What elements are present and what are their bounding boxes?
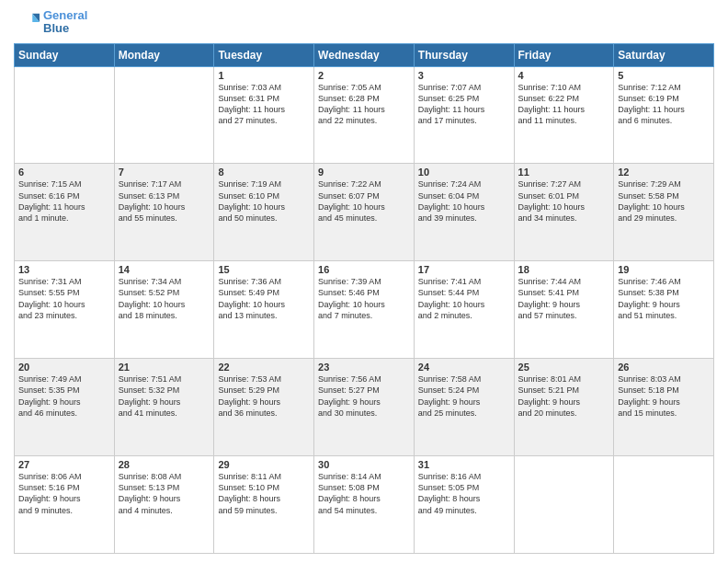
day-number: 13	[18, 264, 110, 275]
weekday-header-row: SundayMondayTuesdayWednesdayThursdayFrid…	[15, 43, 714, 66]
calendar-cell: 26Sunrise: 8:03 AM Sunset: 5:18 PM Dayli…	[614, 359, 714, 456]
day-number: 14	[119, 264, 210, 275]
calendar-cell: 13Sunrise: 7:31 AM Sunset: 5:55 PM Dayli…	[15, 261, 115, 359]
day-info: Sunrise: 8:14 AM Sunset: 5:08 PM Dayligh…	[318, 471, 410, 516]
header: General Blue	[14, 9, 714, 36]
day-info: Sunrise: 7:46 AM Sunset: 5:38 PM Dayligh…	[618, 276, 710, 321]
calendar-cell: 23Sunrise: 7:56 AM Sunset: 5:27 PM Dayli…	[314, 359, 415, 456]
day-number: 22	[218, 362, 310, 373]
calendar-cell	[114, 66, 214, 164]
week-row-1: 6Sunrise: 7:15 AM Sunset: 6:16 PM Daylig…	[15, 164, 714, 261]
day-number: 27	[18, 459, 110, 470]
day-info: Sunrise: 7:15 AM Sunset: 6:16 PM Dayligh…	[18, 178, 110, 224]
day-number: 10	[418, 167, 510, 178]
weekday-header-thursday: Thursday	[414, 43, 514, 66]
logo-text: General Blue	[43, 9, 87, 36]
day-info: Sunrise: 7:41 AM Sunset: 5:44 PM Dayligh…	[418, 276, 510, 321]
day-info: Sunrise: 7:56 AM Sunset: 5:27 PM Dayligh…	[318, 373, 410, 419]
day-number: 8	[218, 167, 310, 178]
day-info: Sunrise: 8:08 AM Sunset: 5:13 PM Dayligh…	[119, 471, 210, 516]
day-info: Sunrise: 7:31 AM Sunset: 5:55 PM Dayligh…	[18, 276, 110, 321]
day-info: Sunrise: 7:39 AM Sunset: 5:46 PM Dayligh…	[318, 276, 410, 321]
calendar-cell: 10Sunrise: 7:24 AM Sunset: 6:04 PM Dayli…	[414, 164, 514, 261]
day-info: Sunrise: 8:16 AM Sunset: 5:05 PM Dayligh…	[418, 471, 510, 516]
day-number: 15	[218, 264, 310, 275]
day-info: Sunrise: 7:19 AM Sunset: 6:10 PM Dayligh…	[218, 178, 310, 224]
day-number: 29	[218, 459, 310, 470]
calendar-cell: 20Sunrise: 7:49 AM Sunset: 5:35 PM Dayli…	[15, 359, 115, 456]
day-info: Sunrise: 7:53 AM Sunset: 5:29 PM Dayligh…	[218, 373, 310, 419]
day-info: Sunrise: 8:01 AM Sunset: 5:21 PM Dayligh…	[518, 373, 610, 419]
calendar-cell: 29Sunrise: 8:11 AM Sunset: 5:10 PM Dayli…	[214, 456, 314, 554]
day-number: 31	[418, 459, 510, 470]
calendar-cell	[614, 456, 714, 554]
weekday-header-wednesday: Wednesday	[314, 43, 415, 66]
weekday-header-friday: Friday	[514, 43, 614, 66]
calendar-cell: 30Sunrise: 8:14 AM Sunset: 5:08 PM Dayli…	[314, 456, 415, 554]
day-info: Sunrise: 7:29 AM Sunset: 5:58 PM Dayligh…	[618, 178, 710, 224]
calendar-cell: 15Sunrise: 7:36 AM Sunset: 5:49 PM Dayli…	[214, 261, 314, 359]
calendar-cell: 6Sunrise: 7:15 AM Sunset: 6:16 PM Daylig…	[15, 164, 115, 261]
day-number: 28	[119, 459, 210, 470]
day-info: Sunrise: 7:36 AM Sunset: 5:49 PM Dayligh…	[218, 276, 310, 321]
day-info: Sunrise: 7:22 AM Sunset: 6:07 PM Dayligh…	[318, 178, 410, 224]
day-number: 26	[618, 362, 710, 373]
day-info: Sunrise: 7:17 AM Sunset: 6:13 PM Dayligh…	[119, 178, 210, 224]
day-info: Sunrise: 8:03 AM Sunset: 5:18 PM Dayligh…	[618, 373, 710, 419]
calendar-cell	[15, 66, 115, 164]
day-number: 12	[618, 167, 710, 178]
day-number: 25	[518, 362, 610, 373]
day-number: 30	[318, 459, 410, 470]
day-number: 1	[218, 70, 310, 81]
calendar-cell: 3Sunrise: 7:07 AM Sunset: 6:25 PM Daylig…	[414, 66, 514, 164]
day-info: Sunrise: 7:34 AM Sunset: 5:52 PM Dayligh…	[119, 276, 210, 321]
calendar-cell: 25Sunrise: 8:01 AM Sunset: 5:21 PM Dayli…	[514, 359, 614, 456]
calendar-cell: 7Sunrise: 7:17 AM Sunset: 6:13 PM Daylig…	[114, 164, 214, 261]
calendar-cell: 28Sunrise: 8:08 AM Sunset: 5:13 PM Dayli…	[114, 456, 214, 554]
page: General Blue SundayMondayTuesdayWednesda…	[0, 0, 728, 563]
day-info: Sunrise: 7:12 AM Sunset: 6:19 PM Dayligh…	[618, 82, 710, 127]
calendar-cell: 4Sunrise: 7:10 AM Sunset: 6:22 PM Daylig…	[514, 66, 614, 164]
day-info: Sunrise: 8:11 AM Sunset: 5:10 PM Dayligh…	[218, 471, 310, 516]
weekday-header-sunday: Sunday	[15, 43, 115, 66]
calendar-table: SundayMondayTuesdayWednesdayThursdayFrid…	[14, 43, 714, 554]
weekday-header-saturday: Saturday	[614, 43, 714, 66]
day-number: 5	[618, 70, 710, 81]
day-number: 20	[18, 362, 110, 373]
day-number: 18	[518, 264, 610, 275]
day-number: 21	[119, 362, 210, 373]
day-number: 3	[418, 70, 510, 81]
calendar-cell: 11Sunrise: 7:27 AM Sunset: 6:01 PM Dayli…	[514, 164, 614, 261]
calendar-cell: 5Sunrise: 7:12 AM Sunset: 6:19 PM Daylig…	[614, 66, 714, 164]
day-number: 17	[418, 264, 510, 275]
calendar-cell: 19Sunrise: 7:46 AM Sunset: 5:38 PM Dayli…	[614, 261, 714, 359]
day-info: Sunrise: 8:06 AM Sunset: 5:16 PM Dayligh…	[18, 471, 110, 516]
day-info: Sunrise: 7:49 AM Sunset: 5:35 PM Dayligh…	[18, 373, 110, 419]
calendar-cell: 16Sunrise: 7:39 AM Sunset: 5:46 PM Dayli…	[314, 261, 415, 359]
day-number: 24	[418, 362, 510, 373]
calendar-cell: 22Sunrise: 7:53 AM Sunset: 5:29 PM Dayli…	[214, 359, 314, 456]
calendar-cell: 17Sunrise: 7:41 AM Sunset: 5:44 PM Dayli…	[414, 261, 514, 359]
calendar-cell: 2Sunrise: 7:05 AM Sunset: 6:28 PM Daylig…	[314, 66, 415, 164]
week-row-4: 27Sunrise: 8:06 AM Sunset: 5:16 PM Dayli…	[15, 456, 714, 554]
day-info: Sunrise: 7:51 AM Sunset: 5:32 PM Dayligh…	[119, 373, 210, 419]
weekday-header-monday: Monday	[114, 43, 214, 66]
day-number: 7	[119, 167, 210, 178]
calendar-cell: 27Sunrise: 8:06 AM Sunset: 5:16 PM Dayli…	[15, 456, 115, 554]
day-number: 23	[318, 362, 410, 373]
week-row-0: 1Sunrise: 7:03 AM Sunset: 6:31 PM Daylig…	[15, 66, 714, 164]
calendar-cell	[514, 456, 614, 554]
calendar-cell: 24Sunrise: 7:58 AM Sunset: 5:24 PM Dayli…	[414, 359, 514, 456]
calendar-cell: 8Sunrise: 7:19 AM Sunset: 6:10 PM Daylig…	[214, 164, 314, 261]
day-info: Sunrise: 7:44 AM Sunset: 5:41 PM Dayligh…	[518, 276, 610, 321]
day-number: 6	[18, 167, 110, 178]
calendar-cell: 18Sunrise: 7:44 AM Sunset: 5:41 PM Dayli…	[514, 261, 614, 359]
logo: General Blue	[14, 9, 87, 36]
day-info: Sunrise: 7:58 AM Sunset: 5:24 PM Dayligh…	[418, 373, 510, 419]
calendar-cell: 1Sunrise: 7:03 AM Sunset: 6:31 PM Daylig…	[214, 66, 314, 164]
calendar-cell: 21Sunrise: 7:51 AM Sunset: 5:32 PM Dayli…	[114, 359, 214, 456]
calendar-cell: 14Sunrise: 7:34 AM Sunset: 5:52 PM Dayli…	[114, 261, 214, 359]
calendar-cell: 9Sunrise: 7:22 AM Sunset: 6:07 PM Daylig…	[314, 164, 415, 261]
day-number: 16	[318, 264, 410, 275]
week-row-2: 13Sunrise: 7:31 AM Sunset: 5:55 PM Dayli…	[15, 261, 714, 359]
